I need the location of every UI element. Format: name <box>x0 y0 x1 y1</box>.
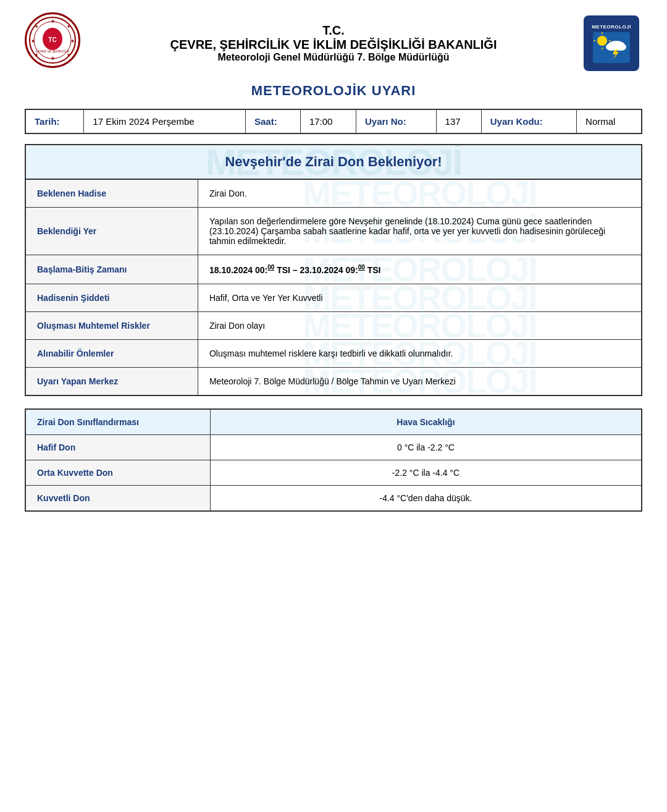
saat-label: Saat: <box>246 109 301 133</box>
table-row: Orta Kuvvette Don -2.2 °C ila -4.4 °C <box>25 460 642 485</box>
value-beklenen-hadise: METEOROLOJİ Zirai Don. <box>198 179 642 208</box>
class-col1-header: Zirai Don Sınıflandırması <box>25 409 210 435</box>
content-baslama-bitis: 18.10.2024 00:00 TSI – 23.10.2024 09:00 … <box>209 264 630 275</box>
svg-text:TC: TC <box>48 36 56 43</box>
class-value-orta: -2.2 °C ila -4.4 °C <box>210 460 642 485</box>
tarih-value: 17 Ekim 2024 Perşembe <box>84 109 246 133</box>
class-label-kuvvetli: Kuvvetli Don <box>25 485 210 511</box>
content-olusma-riskler: Zirai Don olayı <box>209 321 630 331</box>
svg-text:★: ★ <box>70 38 75 44</box>
tarih-label: Tarih: <box>25 109 84 133</box>
svg-text:ÇEVRE VE ŞEHİRCİLİK: ÇEVRE VE ŞEHİRCİLİK <box>36 49 70 53</box>
table-row: Oluşması Muhtemel Riskler METEOROLOJİ Zi… <box>25 311 642 339</box>
label-alinabilir-onlemler: Alınabilir Önlemler <box>25 339 198 367</box>
table-row: Hafif Don 0 °C ila -2.2 °C <box>25 434 642 460</box>
label-hadisenin-siddeti: Hadisenin Şiddeti <box>25 284 198 311</box>
detail-table: Beklenen Hadise METEOROLOJİ Zirai Don. B… <box>25 179 642 396</box>
table-row: Beklendiği Yer METEOROLOJİ Yapılan son d… <box>25 208 642 255</box>
svg-text:★: ★ <box>67 24 70 28</box>
label-beklenen-hadise: Beklenen Hadise <box>25 179 198 208</box>
value-baslama-bitis: METEOROLOJİ 18.10.2024 00:00 TSI – 23.10… <box>198 255 642 284</box>
uyari-kodu-value: Normal <box>577 109 642 133</box>
label-beklendigi-yer: Beklendiği Yer <box>25 208 198 255</box>
table-row: Beklenen Hadise METEOROLOJİ Zirai Don. <box>25 179 642 208</box>
value-hadisenin-siddeti: METEOROLOJİ Hafif, Orta ve Yer Yer Kuvve… <box>198 284 642 311</box>
content-alinabilir-onlemler: Oluşması muhtemel risklere karşı tedbirl… <box>209 349 630 358</box>
value-olusma-riskler: METEOROLOJİ Zirai Don olayı <box>198 311 642 339</box>
content-beklenen-hadise: Zirai Don. <box>209 188 630 198</box>
info-row-table: Tarih: 17 Ekim 2024 Perşembe Saat: 17:00… <box>25 109 642 134</box>
svg-text:★: ★ <box>67 53 70 57</box>
content-hadisenin-siddeti: Hafif, Orta ve Yer Yer Kuvvetli <box>209 293 630 303</box>
value-alinabilir-onlemler: METEOROLOJİ Oluşması muhtemel risklere k… <box>198 339 642 367</box>
header-center: T.C. ÇEVRE, ŞEHİRCİLİK VE İKLİM DEĞİŞİKL… <box>86 23 581 63</box>
svg-text:★: ★ <box>35 24 38 28</box>
label-uyari-yapan-merkez: Uyarı Yapan Merkez <box>25 367 198 395</box>
org-line1: T.C. <box>86 23 581 38</box>
class-label-orta: Orta Kuvvette Don <box>25 460 210 485</box>
content-beklendigi-yer: Yapılan son değerlendirmelere göre Nevşe… <box>209 216 630 246</box>
class-label-hafif: Hafif Don <box>25 434 210 460</box>
right-logo: METEOROLOJİ <box>581 12 642 74</box>
value-beklendigi-yer: METEOROLOJİ Yapılan son değerlendirmeler… <box>198 208 642 255</box>
uyari-kodu-label: Uyarı Kodu: <box>481 109 576 133</box>
main-title: METEOROLOJİK UYARI <box>25 83 642 99</box>
classification-table: Zirai Don Sınıflandırması Hava Sıcaklığı… <box>25 408 642 512</box>
alert-title-row: METEOROLOJİ Nevşehir'de Zirai Don Beklen… <box>25 144 642 179</box>
table-row: Alınabilir Önlemler METEOROLOJİ Oluşması… <box>25 339 642 367</box>
logo-right-text: METEOROLOJİ <box>592 24 631 30</box>
label-olusma-riskler: Oluşması Muhtemel Riskler <box>25 311 198 339</box>
left-logo: ★ ★ ★ ★ ★ ★ ★ ★ TC ÇEVRE VE ŞEHİRCİLİK <box>25 12 86 74</box>
svg-text:★: ★ <box>31 38 35 44</box>
org-line3: Meteoroloji Genel Müdürlüğü 7. Bölge Müd… <box>86 52 581 63</box>
org-line2: ÇEVRE, ŞEHİRCİLİK VE İKLİM DEĞİŞİKLİĞİ B… <box>86 38 581 52</box>
class-value-kuvvetli: -4.4 °C'den daha düşük. <box>210 485 642 511</box>
class-value-hafif: 0 °C ila -2.2 °C <box>210 434 642 460</box>
uyari-no-value: 137 <box>436 109 481 133</box>
table-row: Uyarı Yapan Merkez METEOROLOJİ Meteorolo… <box>25 367 642 395</box>
svg-text:★: ★ <box>51 19 55 24</box>
table-row: Kuvvetli Don -4.4 °C'den daha düşük. <box>25 485 642 511</box>
value-uyari-yapan-merkez: METEOROLOJİ Meteoroloji 7. Bölge Müdürlü… <box>198 367 642 395</box>
label-baslama-bitis: Başlama-Bitiş Zamanı <box>25 255 198 284</box>
uyari-no-label: Uyarı No: <box>356 109 437 133</box>
page-header: ★ ★ ★ ★ ★ ★ ★ ★ TC ÇEVRE VE ŞEHİRCİLİK T… <box>25 12 642 74</box>
svg-text:★: ★ <box>51 56 55 61</box>
svg-point-14 <box>597 36 607 46</box>
svg-text:★: ★ <box>35 53 38 57</box>
class-col2-header: Hava Sıcaklığı <box>210 409 642 435</box>
saat-value: 17:00 <box>300 109 356 133</box>
class-header-row: Zirai Don Sınıflandırması Hava Sıcaklığı <box>25 409 642 435</box>
table-row: Başlama-Bitiş Zamanı METEOROLOJİ 18.10.2… <box>25 255 642 284</box>
table-row: Hadisenin Şiddeti METEOROLOJİ Hafif, Ort… <box>25 284 642 311</box>
content-uyari-yapan-merkez: Meteoroloji 7. Bölge Müdürlüğü / Bölge T… <box>209 376 630 386</box>
alert-title: Nevşehir'de Zirai Don Bekleniyor! <box>35 154 632 170</box>
